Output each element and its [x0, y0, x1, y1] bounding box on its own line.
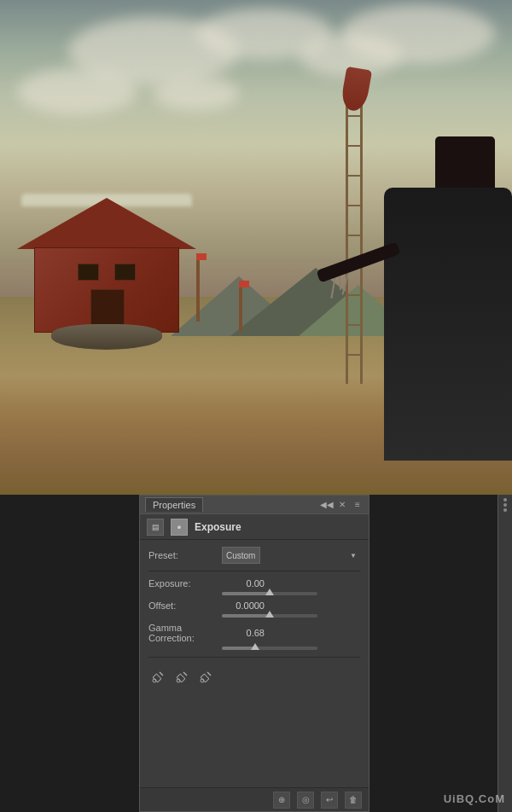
photo-canvas: [0, 0, 512, 495]
strip-dot: [503, 498, 507, 502]
strip-dot: [503, 508, 507, 512]
panel-close-button[interactable]: ✕: [336, 499, 348, 511]
gamma-row: Gamma Correction: 0.68: [148, 623, 360, 643]
gamma-label: Gamma Correction:: [148, 623, 217, 643]
panel-body: Preset: Custom ▼ Exposure: 0.00 Offset: …: [140, 540, 369, 787]
gamma-value: 0.68: [222, 628, 265, 638]
post-element: [239, 281, 242, 332]
svg-line-3: [183, 672, 187, 676]
figure-element: [367, 136, 512, 461]
exposure-row: Exposure: 0.00: [148, 578, 360, 589]
panel-collapse-button[interactable]: ◀◀: [321, 499, 333, 511]
eyedropper-white-button[interactable]: [196, 668, 215, 687]
right-panel-strip: [497, 495, 512, 812]
panel-section-header: ▤ ● Exposure: [140, 514, 369, 540]
offset-label: Offset:: [148, 600, 217, 611]
panel-footer: ⊕ ◎ ↩ 🗑: [140, 787, 369, 811]
eyedropper-row: [148, 664, 360, 690]
gamma-slider-track[interactable]: [222, 647, 317, 650]
adjustment-icon-btn[interactable]: ▤: [147, 519, 164, 536]
barn-element: [17, 196, 196, 333]
svg-rect-1: [153, 674, 161, 682]
exposure-slider-row: [222, 592, 360, 595]
properties-tab[interactable]: Properties: [145, 497, 203, 512]
preset-label: Preset:: [148, 550, 217, 560]
adjustment-icon-btn2[interactable]: ●: [171, 519, 188, 536]
offset-slider-row: [222, 614, 360, 618]
panel-titlebar: Properties ◀◀ ✕ ≡: [140, 496, 369, 514]
offset-slider-track[interactable]: [222, 614, 317, 618]
watermark: UiBQ.CoM: [444, 792, 505, 805]
eyedropper-gray-button[interactable]: [172, 668, 191, 687]
strip-dot: [503, 503, 507, 507]
exposure-label: Exposure:: [148, 578, 217, 589]
exposure-value: 0.00: [222, 578, 265, 589]
footer-add-button[interactable]: ⊕: [273, 792, 290, 809]
select-arrow-icon: ▼: [350, 552, 357, 560]
panel-menu-button[interactable]: ≡: [352, 499, 364, 511]
footer-delete-button[interactable]: 🗑: [345, 792, 362, 809]
gamma-slider-row: [222, 647, 360, 650]
footer-visibility-button[interactable]: ◎: [297, 792, 314, 809]
footer-reset-button[interactable]: ↩: [321, 792, 338, 809]
ladder-element: [346, 85, 363, 384]
offset-row: Offset: 0.0000: [148, 600, 360, 611]
eyedropper-black-button[interactable]: [148, 668, 167, 687]
panel-section-title: Exposure: [195, 521, 241, 533]
svg-rect-4: [177, 674, 185, 682]
divider2: [148, 657, 360, 658]
preset-row: Preset: Custom ▼: [148, 547, 360, 564]
properties-panel: Properties ◀◀ ✕ ≡ ▤ ● Exposure Preset: C…: [139, 495, 369, 812]
divider: [148, 571, 360, 571]
exposure-slider-track[interactable]: [222, 592, 317, 595]
post-element: [196, 253, 200, 322]
preset-select-wrapper: Custom ▼: [222, 547, 360, 564]
svg-line-6: [207, 672, 211, 676]
svg-line-0: [160, 672, 163, 676]
svg-rect-7: [201, 674, 209, 682]
offset-value: 0.0000: [222, 600, 265, 611]
panel-controls: ◀◀ ✕ ≡: [321, 499, 364, 511]
preset-select[interactable]: Custom: [222, 547, 260, 564]
